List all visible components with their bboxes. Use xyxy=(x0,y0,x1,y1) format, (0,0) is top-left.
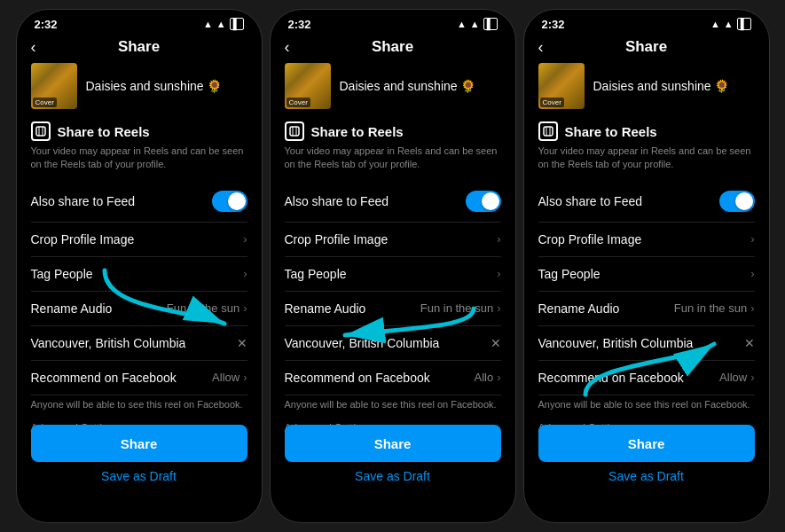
section-title: Share to Reels xyxy=(565,124,657,139)
menu-label: Also share to Feed xyxy=(538,194,643,208)
post-header: Cover Daisies and sunshine 🌻 xyxy=(538,63,755,109)
svg-rect-3 xyxy=(290,127,299,136)
share-button[interactable]: Share xyxy=(285,425,501,462)
menu-value: Allow xyxy=(212,371,239,384)
share-button-area: ShareSave as Draft xyxy=(31,425,247,483)
chevron-icon: › xyxy=(243,301,247,315)
chevron-icon: › xyxy=(750,232,754,246)
toggle-switch[interactable] xyxy=(212,191,247,212)
close-icon[interactable]: ✕ xyxy=(237,336,247,350)
menu-label: Recommend on Facebook xyxy=(31,371,177,385)
menu-item-2[interactable]: Tag People › xyxy=(538,257,755,292)
thumbnail-cover-label: Cover xyxy=(287,98,310,107)
menu-container: Also share to Feed Crop Profile Image › … xyxy=(285,181,501,417)
menu-right: › xyxy=(497,267,500,280)
chevron-icon: › xyxy=(497,371,500,384)
menu-item-1[interactable]: Crop Profile Image › xyxy=(31,223,247,257)
svg-rect-6 xyxy=(544,127,553,136)
share-button-area: ShareSave as Draft xyxy=(285,425,501,483)
section-header: Share to Reels xyxy=(31,121,247,141)
thumbnail-cover-label: Cover xyxy=(33,98,57,107)
menu-container: Also share to Feed Crop Profile Image › … xyxy=(31,181,247,417)
close-icon[interactable]: ✕ xyxy=(744,336,755,350)
back-button[interactable]: ‹ xyxy=(538,38,544,57)
facebook-description: Anyone will be able to see this reel on … xyxy=(285,395,501,417)
chevron-icon: › xyxy=(243,371,247,384)
back-button[interactable]: ‹ xyxy=(31,38,36,57)
menu-label: Also share to Feed xyxy=(285,194,389,208)
post-header: Cover Daisies and sunshine 🌻 xyxy=(31,63,247,109)
menu-container: Also share to Feed Crop Profile Image › … xyxy=(538,181,755,417)
nav-bar: ‹Share xyxy=(271,35,515,63)
menu-item-5[interactable]: Recommend on Facebook Allow › xyxy=(31,361,247,395)
menu-label: Rename Audio xyxy=(538,301,620,316)
menu-right: › xyxy=(750,232,754,246)
menu-item-3[interactable]: Rename Audio Fun in the sun › xyxy=(285,292,501,326)
post-title: Daisies and sunshine 🌻 xyxy=(340,79,476,93)
menu-item-3[interactable]: Rename Audio Fun in the sun › xyxy=(538,292,755,326)
menu-item-5[interactable]: Recommend on Facebook Allo › xyxy=(285,361,501,395)
phone-1: 2:32 ▲ ▲ ▌ ‹Share Cover Daisies and suns… xyxy=(16,9,263,523)
share-button-area: ShareSave as Draft xyxy=(538,425,755,483)
toggle-switch[interactable] xyxy=(719,191,755,212)
menu-right: › xyxy=(243,232,247,246)
share-button[interactable]: Share xyxy=(538,425,755,462)
menu-item-2[interactable]: Tag People › xyxy=(285,257,501,292)
menu-item-4[interactable]: Vancouver, British Columbia ✕ xyxy=(31,326,247,361)
menu-right: › xyxy=(497,232,500,246)
share-button[interactable]: Share xyxy=(31,425,247,462)
location-label: Vancouver, British Columbia xyxy=(31,336,186,350)
menu-item-0[interactable]: Also share to Feed xyxy=(31,181,247,223)
reels-icon xyxy=(285,121,304,141)
save-draft-button[interactable]: Save as Draft xyxy=(538,469,755,483)
menu-item-4[interactable]: Vancouver, British Columbia ✕ xyxy=(538,326,755,361)
reels-icon xyxy=(538,121,558,141)
toggle-knob xyxy=(228,192,246,210)
nav-bar: ‹Share xyxy=(524,35,769,63)
battery-icon: ▌ xyxy=(737,18,751,30)
battery-icon: ▌ xyxy=(230,18,244,30)
wifi-icon: ▲ xyxy=(216,19,226,29)
toggle-knob xyxy=(735,192,753,210)
section-description: Your video may appear in Reels and can b… xyxy=(285,145,501,172)
menu-right: Allow › xyxy=(212,371,247,384)
content-area: Cover Daisies and sunshine 🌻 Share to Re… xyxy=(524,63,769,440)
wifi-icon: ▲ xyxy=(470,19,480,29)
nav-title: Share xyxy=(118,38,160,56)
menu-label: Rename Audio xyxy=(285,301,366,316)
toggle-switch[interactable] xyxy=(466,191,501,212)
main-container: 2:32 ▲ ▲ ▌ ‹Share Cover Daisies and suns… xyxy=(0,0,785,532)
chevron-icon: › xyxy=(497,301,500,315)
post-header: Cover Daisies and sunshine 🌻 xyxy=(285,63,501,109)
menu-label: Also share to Feed xyxy=(31,194,136,208)
close-icon[interactable]: ✕ xyxy=(491,336,501,350)
menu-item-0[interactable]: Also share to Feed xyxy=(285,181,501,223)
phone-2: 2:32 ▲ ▲ ▌ ‹Share Cover Daisies and suns… xyxy=(270,9,516,523)
menu-label: Recommend on Facebook xyxy=(538,371,684,385)
menu-value: Fun in the sun xyxy=(420,301,493,315)
section-description: Your video may appear in Reels and can b… xyxy=(538,145,755,172)
section-header: Share to Reels xyxy=(285,121,501,141)
save-draft-button[interactable]: Save as Draft xyxy=(285,469,501,483)
thumbnail-cover-label: Cover xyxy=(540,98,564,107)
post-title: Daisies and sunshine 🌻 xyxy=(593,79,730,93)
thumbnail: Cover xyxy=(538,63,585,109)
menu-right: Fun in the sun › xyxy=(420,301,501,315)
menu-value: Allo xyxy=(474,371,493,384)
menu-item-1[interactable]: Crop Profile Image › xyxy=(285,223,501,257)
menu-label: Tag People xyxy=(31,267,93,281)
status-icons: ▲ ▲ ▌ xyxy=(710,18,751,30)
menu-item-1[interactable]: Crop Profile Image › xyxy=(538,223,755,257)
menu-item-0[interactable]: Also share to Feed xyxy=(538,181,755,223)
save-draft-button[interactable]: Save as Draft xyxy=(31,469,247,483)
location-label: Vancouver, British Columbia xyxy=(285,336,440,350)
menu-value: Allow xyxy=(719,371,747,384)
back-button[interactable]: ‹ xyxy=(285,38,290,57)
facebook-description: Anyone will be able to see this reel on … xyxy=(31,395,247,417)
menu-item-5[interactable]: Recommend on Facebook Allow › xyxy=(538,361,755,395)
status-icons: ▲ ▲ ▌ xyxy=(457,18,498,30)
menu-item-4[interactable]: Vancouver, British Columbia ✕ xyxy=(285,326,501,361)
menu-item-2[interactable]: Tag People › xyxy=(31,257,247,292)
menu-label: Tag People xyxy=(538,267,601,281)
menu-item-3[interactable]: Rename Audio Fun in the sun › xyxy=(31,292,247,326)
